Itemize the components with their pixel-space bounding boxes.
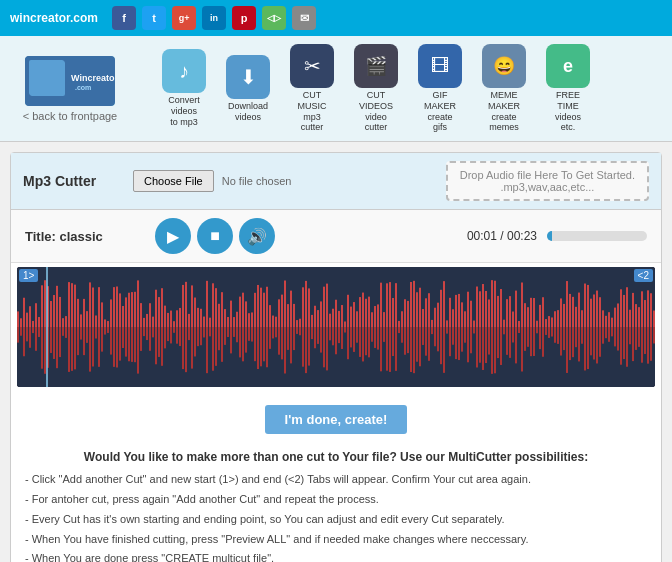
tool-navigation: Wincreator .com < back to frontpage ♪ Co… bbox=[0, 36, 672, 142]
site-name: wincreator.com bbox=[10, 11, 98, 25]
share-btn[interactable]: ◁▷ bbox=[262, 6, 286, 30]
tab-left-label[interactable]: 1> bbox=[19, 269, 38, 282]
tool-cut-videos[interactable]: 🎬 CUTVIDEOSvideocutter bbox=[346, 44, 406, 133]
cutter-header: Mp3 Cutter Choose File No file chosen Dr… bbox=[11, 153, 661, 210]
cutter-title: Mp3 Cutter bbox=[23, 173, 123, 189]
info-item-5: - When You are done press "CREATE multic… bbox=[25, 549, 647, 562]
freetime-label: FREETIMEvideosetc. bbox=[555, 90, 581, 133]
file-input-area: Choose File No file chosen bbox=[133, 170, 291, 192]
info-title: Would You like to make more than one cut… bbox=[25, 450, 647, 464]
play-button[interactable]: ▶ bbox=[155, 218, 191, 254]
tool-cut-music[interactable]: ✂ CUTMUSICmp3cutter bbox=[282, 44, 342, 133]
track-title: Title: classic bbox=[25, 229, 145, 244]
freetime-icon: e bbox=[546, 44, 590, 88]
pinterest-btn[interactable]: p bbox=[232, 6, 256, 30]
facebook-btn[interactable]: f bbox=[112, 6, 136, 30]
info-item-2: - For antoher cut, press again "Add anot… bbox=[25, 490, 647, 510]
info-item-4: - When You have finished cutting, press … bbox=[25, 530, 647, 550]
player-controls: ▶ ■ 🔊 bbox=[155, 218, 275, 254]
convert-icon: ♪ bbox=[162, 49, 206, 93]
progress-fill bbox=[547, 231, 552, 241]
info-item-3: - Every Cut has it's own starting and en… bbox=[25, 510, 647, 530]
tab-right-label[interactable]: <2 bbox=[634, 269, 653, 282]
top-navigation-bar: wincreator.com f t g+ in p ◁▷ ✉ bbox=[0, 0, 672, 36]
cut-music-label: CUTMUSICmp3cutter bbox=[298, 90, 327, 133]
stop-button[interactable]: ■ bbox=[197, 218, 233, 254]
drop-zone[interactable]: Drop Audio file Here To Get Started..mp3… bbox=[446, 161, 649, 201]
tool-free-time[interactable]: e FREETIMEvideosetc. bbox=[538, 44, 598, 133]
email-btn[interactable]: ✉ bbox=[292, 6, 316, 30]
done-button[interactable]: I'm done, create! bbox=[265, 405, 408, 434]
linkedin-btn[interactable]: in bbox=[202, 6, 226, 30]
tool-download-videos[interactable]: ⬇ Downloadvideos bbox=[218, 55, 278, 123]
done-area: I'm done, create! bbox=[11, 391, 661, 442]
cut-video-icon: 🎬 bbox=[354, 44, 398, 88]
svg-rect-2 bbox=[33, 64, 60, 84]
back-link[interactable]: < back to frontpage bbox=[23, 110, 117, 122]
logo-image: Wincreator .com bbox=[25, 56, 115, 106]
svg-rect-1 bbox=[29, 60, 64, 95]
no-file-label: No file chosen bbox=[222, 175, 292, 187]
volume-button[interactable]: 🔊 bbox=[239, 218, 275, 254]
googleplus-btn[interactable]: g+ bbox=[172, 6, 196, 30]
convert-label: Convertvideosto mp3 bbox=[168, 95, 200, 127]
info-list: - Click "Add another Cut" and new start … bbox=[25, 470, 647, 562]
waveform-container[interactable]: 1> <2 bbox=[17, 267, 655, 387]
gif-icon: 🎞 bbox=[418, 44, 462, 88]
tool-gif-maker[interactable]: 🎞 GIFMAKERcreategifs bbox=[410, 44, 470, 133]
twitter-btn[interactable]: t bbox=[142, 6, 166, 30]
choose-file-button[interactable]: Choose File bbox=[133, 170, 214, 192]
gif-label: GIFMAKERcreategifs bbox=[424, 90, 456, 133]
progress-bar[interactable] bbox=[547, 231, 647, 241]
svg-text:Wincreator: Wincreator bbox=[71, 73, 115, 83]
tool-convert-videos[interactable]: ♪ Convertvideosto mp3 bbox=[154, 49, 214, 127]
cut-video-label: CUTVIDEOSvideocutter bbox=[359, 90, 393, 133]
meme-icon: 😄 bbox=[482, 44, 526, 88]
download-label: Downloadvideos bbox=[228, 101, 268, 123]
download-icon: ⬇ bbox=[226, 55, 270, 99]
waveform-canvas bbox=[17, 267, 655, 387]
info-section: Would You like to make more than one cut… bbox=[11, 442, 661, 562]
time-display: 00:01 / 00:23 bbox=[467, 229, 537, 243]
main-panel: Mp3 Cutter Choose File No file chosen Dr… bbox=[10, 152, 662, 562]
logo-area: Wincreator .com < back to frontpage bbox=[10, 56, 130, 122]
info-item-1: - Click "Add another Cut" and new start … bbox=[25, 470, 647, 490]
player-bar: Title: classic ▶ ■ 🔊 00:01 / 00:23 bbox=[11, 210, 661, 263]
meme-label: MEMEMAKERcreatememes bbox=[488, 90, 520, 133]
cut-music-icon: ✂ bbox=[290, 44, 334, 88]
tool-meme-maker[interactable]: 😄 MEMEMAKERcreatememes bbox=[474, 44, 534, 133]
svg-text:.com: .com bbox=[75, 84, 91, 91]
